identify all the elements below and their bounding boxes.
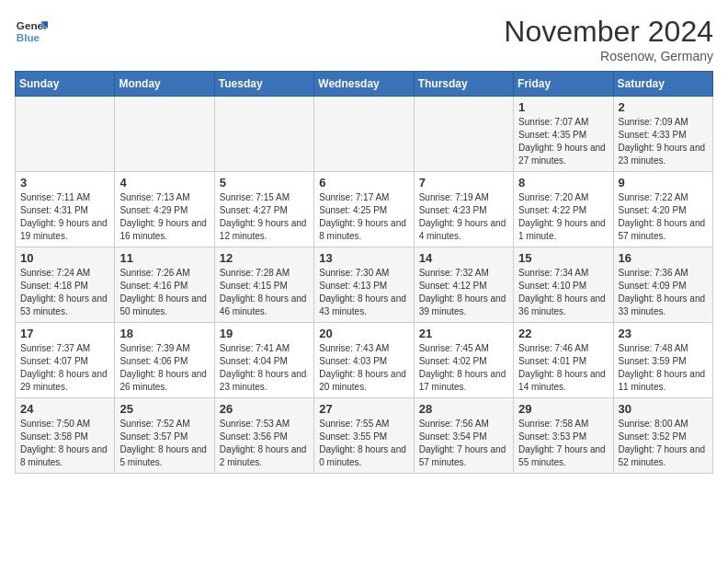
day-info: Sunrise: 7:22 AM Sunset: 4:20 PM Dayligh… bbox=[619, 191, 708, 243]
day-info: Sunrise: 7:07 AM Sunset: 4:35 PM Dayligh… bbox=[518, 116, 608, 167]
day-info: Sunrise: 7:45 AM Sunset: 4:02 PM Dayligh… bbox=[419, 342, 508, 394]
day-info: Sunrise: 7:37 AM Sunset: 4:07 PM Dayligh… bbox=[20, 342, 109, 394]
week-row-3: 10Sunrise: 7:24 AM Sunset: 4:18 PM Dayli… bbox=[16, 247, 713, 323]
day-number: 5 bbox=[220, 176, 309, 190]
calendar-cell: 14Sunrise: 7:32 AM Sunset: 4:12 PM Dayli… bbox=[414, 247, 513, 323]
day-info: Sunrise: 7:13 AM Sunset: 4:29 PM Dayligh… bbox=[119, 191, 209, 243]
day-info: Sunrise: 7:48 AM Sunset: 3:59 PM Dayligh… bbox=[619, 342, 708, 394]
calendar-cell: 3Sunrise: 7:11 AM Sunset: 4:31 PM Daylig… bbox=[16, 172, 115, 247]
calendar-cell bbox=[214, 97, 313, 172]
header-day-tuesday: Tuesday bbox=[214, 72, 313, 97]
calendar-cell: 1Sunrise: 7:07 AM Sunset: 4:35 PM Daylig… bbox=[514, 97, 613, 172]
day-number: 25 bbox=[119, 402, 209, 416]
day-info: Sunrise: 7:32 AM Sunset: 4:12 PM Dayligh… bbox=[419, 267, 508, 318]
calendar-cell: 24Sunrise: 7:50 AM Sunset: 3:58 PM Dayli… bbox=[16, 398, 115, 474]
day-info: Sunrise: 7:20 AM Sunset: 4:22 PM Dayligh… bbox=[518, 191, 608, 243]
day-info: Sunrise: 7:26 AM Sunset: 4:16 PM Dayligh… bbox=[119, 267, 209, 318]
header-day-sunday: Sunday bbox=[16, 72, 115, 97]
day-number: 18 bbox=[119, 327, 209, 340]
day-info: Sunrise: 7:58 AM Sunset: 3:53 PM Dayligh… bbox=[518, 418, 608, 469]
svg-text:Blue: Blue bbox=[17, 31, 40, 43]
calendar-body: 1Sunrise: 7:07 AM Sunset: 4:35 PM Daylig… bbox=[16, 97, 713, 474]
day-number: 23 bbox=[619, 327, 708, 340]
day-number: 1 bbox=[518, 100, 608, 114]
header-day-wednesday: Wednesday bbox=[314, 72, 414, 97]
day-info: Sunrise: 7:53 AM Sunset: 3:56 PM Dayligh… bbox=[220, 418, 309, 469]
header-day-monday: Monday bbox=[115, 72, 214, 97]
day-number: 17 bbox=[20, 327, 109, 340]
day-number: 11 bbox=[119, 251, 209, 265]
header-day-saturday: Saturday bbox=[613, 72, 712, 97]
day-info: Sunrise: 7:30 AM Sunset: 4:13 PM Dayligh… bbox=[319, 267, 408, 318]
day-number: 22 bbox=[518, 327, 608, 340]
calendar-cell: 6Sunrise: 7:17 AM Sunset: 4:25 PM Daylig… bbox=[314, 172, 414, 247]
calendar-cell: 4Sunrise: 7:13 AM Sunset: 4:29 PM Daylig… bbox=[115, 172, 214, 247]
calendar-cell: 23Sunrise: 7:48 AM Sunset: 3:59 PM Dayli… bbox=[613, 323, 712, 398]
day-number: 12 bbox=[220, 251, 309, 265]
day-info: Sunrise: 7:17 AM Sunset: 4:25 PM Dayligh… bbox=[319, 191, 408, 243]
day-number: 8 bbox=[518, 176, 608, 190]
calendar-cell: 16Sunrise: 7:36 AM Sunset: 4:09 PM Dayli… bbox=[613, 247, 712, 323]
location-subtitle: Rosenow, Germany bbox=[504, 49, 713, 63]
calendar-cell: 10Sunrise: 7:24 AM Sunset: 4:18 PM Dayli… bbox=[16, 247, 115, 323]
day-info: Sunrise: 7:36 AM Sunset: 4:09 PM Dayligh… bbox=[619, 267, 708, 318]
day-info: Sunrise: 7:28 AM Sunset: 4:15 PM Dayligh… bbox=[220, 267, 309, 318]
calendar-header: SundayMondayTuesdayWednesdayThursdayFrid… bbox=[16, 72, 713, 97]
calendar-cell: 12Sunrise: 7:28 AM Sunset: 4:15 PM Dayli… bbox=[214, 247, 313, 323]
day-info: Sunrise: 7:11 AM Sunset: 4:31 PM Dayligh… bbox=[20, 191, 109, 243]
calendar-cell: 26Sunrise: 7:53 AM Sunset: 3:56 PM Dayli… bbox=[214, 398, 313, 474]
calendar-table: SundayMondayTuesdayWednesdayThursdayFrid… bbox=[15, 71, 713, 474]
calendar-cell: 15Sunrise: 7:34 AM Sunset: 4:10 PM Dayli… bbox=[514, 247, 613, 323]
day-info: Sunrise: 7:19 AM Sunset: 4:23 PM Dayligh… bbox=[419, 191, 508, 243]
logo-icon: General Blue bbox=[15, 15, 48, 48]
day-info: Sunrise: 7:15 AM Sunset: 4:27 PM Dayligh… bbox=[220, 191, 309, 243]
calendar-cell: 25Sunrise: 7:52 AM Sunset: 3:57 PM Dayli… bbox=[115, 398, 214, 474]
day-number: 7 bbox=[419, 176, 508, 190]
calendar-cell: 27Sunrise: 7:55 AM Sunset: 3:55 PM Dayli… bbox=[314, 398, 414, 474]
calendar-cell: 21Sunrise: 7:45 AM Sunset: 4:02 PM Dayli… bbox=[414, 323, 513, 398]
calendar-cell: 2Sunrise: 7:09 AM Sunset: 4:33 PM Daylig… bbox=[613, 97, 712, 172]
day-number: 4 bbox=[119, 176, 209, 190]
calendar-cell: 8Sunrise: 7:20 AM Sunset: 4:22 PM Daylig… bbox=[514, 172, 613, 247]
page-header: General Blue November 2024 Rosenow, Germ… bbox=[15, 15, 713, 63]
title-block: November 2024 Rosenow, Germany bbox=[504, 15, 713, 63]
week-row-5: 24Sunrise: 7:50 AM Sunset: 3:58 PM Dayli… bbox=[16, 398, 713, 474]
header-day-friday: Friday bbox=[514, 72, 613, 97]
day-info: Sunrise: 7:24 AM Sunset: 4:18 PM Dayligh… bbox=[20, 267, 109, 318]
day-info: Sunrise: 7:50 AM Sunset: 3:58 PM Dayligh… bbox=[20, 418, 109, 469]
calendar-cell: 7Sunrise: 7:19 AM Sunset: 4:23 PM Daylig… bbox=[414, 172, 513, 247]
calendar-cell: 5Sunrise: 7:15 AM Sunset: 4:27 PM Daylig… bbox=[214, 172, 313, 247]
day-number: 28 bbox=[419, 402, 508, 416]
day-info: Sunrise: 7:43 AM Sunset: 4:03 PM Dayligh… bbox=[319, 342, 408, 394]
calendar-cell: 9Sunrise: 7:22 AM Sunset: 4:20 PM Daylig… bbox=[613, 172, 712, 247]
calendar-cell: 11Sunrise: 7:26 AM Sunset: 4:16 PM Dayli… bbox=[115, 247, 214, 323]
week-row-1: 1Sunrise: 7:07 AM Sunset: 4:35 PM Daylig… bbox=[16, 97, 713, 172]
calendar-cell: 19Sunrise: 7:41 AM Sunset: 4:04 PM Dayli… bbox=[214, 323, 313, 398]
day-info: Sunrise: 7:09 AM Sunset: 4:33 PM Dayligh… bbox=[619, 116, 708, 167]
header-row: SundayMondayTuesdayWednesdayThursdayFrid… bbox=[16, 72, 713, 97]
calendar-cell: 20Sunrise: 7:43 AM Sunset: 4:03 PM Dayli… bbox=[314, 323, 414, 398]
month-title: November 2024 bbox=[504, 15, 713, 49]
calendar-cell: 29Sunrise: 7:58 AM Sunset: 3:53 PM Dayli… bbox=[514, 398, 613, 474]
day-info: Sunrise: 7:39 AM Sunset: 4:06 PM Dayligh… bbox=[119, 342, 209, 394]
logo: General Blue bbox=[15, 15, 48, 48]
day-number: 2 bbox=[619, 100, 708, 114]
day-number: 6 bbox=[319, 176, 408, 190]
header-day-thursday: Thursday bbox=[414, 72, 513, 97]
calendar-cell bbox=[314, 97, 414, 172]
day-info: Sunrise: 7:56 AM Sunset: 3:54 PM Dayligh… bbox=[419, 418, 508, 469]
calendar-cell bbox=[414, 97, 513, 172]
day-number: 30 bbox=[619, 402, 708, 416]
day-number: 27 bbox=[319, 402, 408, 416]
day-info: Sunrise: 7:34 AM Sunset: 4:10 PM Dayligh… bbox=[518, 267, 608, 318]
day-number: 24 bbox=[20, 402, 109, 416]
calendar-cell: 13Sunrise: 7:30 AM Sunset: 4:13 PM Dayli… bbox=[314, 247, 414, 323]
day-number: 19 bbox=[220, 327, 309, 340]
day-info: Sunrise: 7:46 AM Sunset: 4:01 PM Dayligh… bbox=[518, 342, 608, 394]
day-info: Sunrise: 7:55 AM Sunset: 3:55 PM Dayligh… bbox=[319, 418, 408, 469]
calendar-cell: 28Sunrise: 7:56 AM Sunset: 3:54 PM Dayli… bbox=[414, 398, 513, 474]
day-number: 3 bbox=[20, 176, 109, 190]
day-number: 21 bbox=[419, 327, 508, 340]
week-row-4: 17Sunrise: 7:37 AM Sunset: 4:07 PM Dayli… bbox=[16, 323, 713, 398]
day-number: 26 bbox=[220, 402, 309, 416]
